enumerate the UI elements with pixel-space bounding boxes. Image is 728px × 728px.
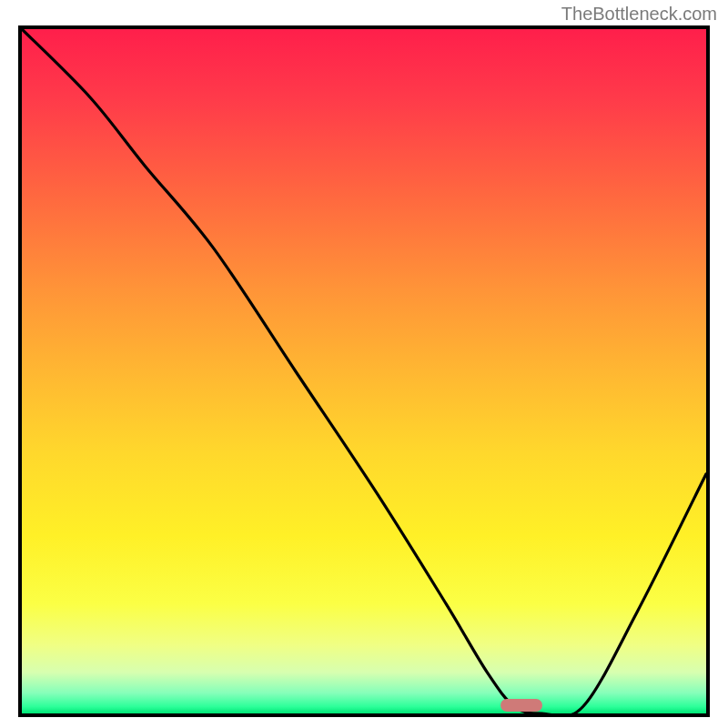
curve-path bbox=[22, 29, 706, 713]
watermark-text: TheBottleneck.com bbox=[561, 4, 717, 25]
optimal-point-marker bbox=[500, 699, 541, 712]
chart-curve bbox=[22, 29, 706, 713]
chart-frame bbox=[18, 25, 710, 717]
